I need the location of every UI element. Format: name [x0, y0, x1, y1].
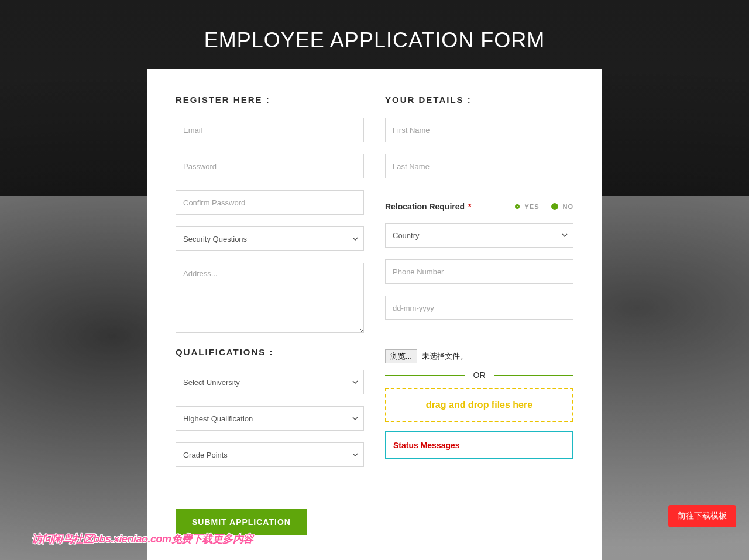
qualifications-heading: QUALIFICATIONS : — [176, 347, 364, 357]
page-title: EMPLOYEE APPLICATION FORM — [0, 0, 749, 69]
relocation-yes-label: YES — [524, 203, 539, 210]
phone-input[interactable] — [385, 259, 573, 284]
file-picker-row: 浏览... 未选择文件。 — [385, 349, 573, 363]
separator-line-left — [385, 375, 465, 376]
file-status-text: 未选择文件。 — [422, 351, 468, 362]
radio-checked-icon — [551, 203, 558, 210]
radio-unchecked-icon — [515, 204, 520, 209]
date-input[interactable] — [385, 296, 573, 320]
relocation-radio-group: YES NO — [515, 203, 573, 210]
required-asterisk: * — [468, 202, 471, 211]
file-dropzone[interactable]: drag and drop files here — [385, 388, 573, 422]
download-template-button[interactable]: 前往下载模板 — [668, 505, 736, 527]
last-name-input[interactable] — [385, 154, 573, 178]
or-label: OR — [473, 370, 486, 380]
browse-button[interactable]: 浏览... — [385, 349, 417, 363]
relocation-no-label: NO — [563, 203, 574, 210]
security-questions-select[interactable]: Security Questions — [176, 226, 364, 251]
relocation-label: Relocation Required * — [385, 202, 471, 211]
country-select[interactable]: Country — [385, 223, 573, 248]
register-heading: REGISTER HERE : — [176, 95, 364, 105]
address-textarea[interactable] — [176, 263, 364, 333]
highest-qualification-select[interactable]: Highest Qualification — [176, 406, 364, 431]
relocation-yes-option[interactable]: YES — [515, 203, 539, 210]
status-messages-box: Status Messages — [385, 431, 573, 459]
or-separator: OR — [385, 370, 573, 380]
password-input[interactable] — [176, 154, 364, 178]
email-input[interactable] — [176, 118, 364, 142]
left-column: REGISTER HERE : Security Questions QUALI… — [176, 95, 364, 535]
grade-points-select[interactable]: Grade Points — [176, 442, 364, 467]
relocation-row: Relocation Required * YES NO — [385, 202, 573, 211]
watermark-text: 访问闲鸟社区bbs.xieniao.com免费下载更多内容 — [32, 532, 253, 546]
right-column: YOUR DETAILS : Relocation Required * YES… — [385, 95, 573, 535]
submit-button[interactable]: SUBMIT APPLICATION — [176, 509, 307, 535]
university-select[interactable]: Select University — [176, 370, 364, 394]
relocation-no-option[interactable]: NO — [551, 203, 574, 210]
separator-line-right — [494, 375, 574, 376]
first-name-input[interactable] — [385, 118, 573, 142]
confirm-password-input[interactable] — [176, 190, 364, 215]
details-heading: YOUR DETAILS : — [385, 95, 573, 105]
form-card: REGISTER HERE : Security Questions QUALI… — [147, 69, 602, 560]
